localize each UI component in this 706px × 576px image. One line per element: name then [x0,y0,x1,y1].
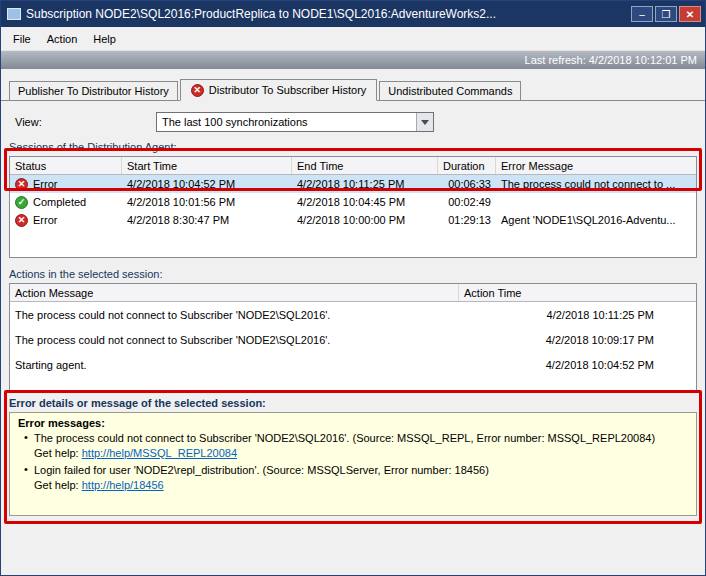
help-link[interactable]: http://help/18456 [82,479,164,491]
actions-table: Action Message Action Time The process c… [9,283,697,391]
menu-help[interactable]: Help [85,30,124,48]
menu-action[interactable]: Action [39,30,86,48]
column-header-status[interactable]: Status [10,157,122,174]
last-refresh-bar: Last refresh: 4/2/2018 10:12:01 PM [1,51,705,69]
tab-strip: Publisher To Distributor History ✕ Distr… [1,69,705,101]
duration-cell: 01:29:13 [438,211,496,229]
get-help-prefix: Get help: [34,447,82,459]
bullet-icon: • [18,431,34,461]
get-help-prefix: Get help: [34,479,82,491]
subscription-window: Subscription NODE2\SQL2016:ProductReplic… [0,0,706,576]
action-message-cell: The process could not connect to Subscri… [10,302,459,327]
end-time-cell: 4/2/2018 10:11:25 PM [292,175,438,193]
table-row[interactable]: Starting agent. 4/2/2018 10:04:52 PM [10,352,696,377]
error-details-label: Error details or message of the selected… [9,397,705,409]
error-icon: ✕ [15,178,28,191]
bullet-icon: • [18,463,34,493]
column-header-action-message[interactable]: Action Message [10,284,459,301]
menu-bar: File Action Help [1,27,705,51]
view-dropdown[interactable]: The last 100 synchronizations [156,112,434,132]
tab-label: Publisher To Distributor History [18,85,169,97]
table-row[interactable]: ✓ Completed 4/2/2018 10:01:56 PM 4/2/201… [10,193,696,211]
window-controls: – ❐ ✕ [631,6,701,22]
action-message-cell: Starting agent. [10,352,459,377]
column-header-duration[interactable]: Duration [438,157,496,174]
status-cell: ✕ Error [10,211,122,229]
list-item: • Login failed for user 'NODE2\repl_dist… [18,463,688,493]
error-item-text: Login failed for user 'NODE2\repl_distri… [34,464,489,476]
table-row[interactable]: The process could not connect to Subscri… [10,302,696,327]
action-time-cell: 4/2/2018 10:09:17 PM [459,327,696,352]
table-row[interactable]: The process could not connect to Subscri… [10,327,696,352]
minimize-button[interactable]: – [631,6,653,22]
end-time-cell: 4/2/2018 10:04:45 PM [292,193,438,211]
end-time-cell: 4/2/2018 10:00:00 PM [292,211,438,229]
tab-label: Distributor To Subscriber History [209,84,367,96]
table-row[interactable]: ✕ Error 4/2/2018 8:30:47 PM 4/2/2018 10:… [10,211,696,229]
status-text: Completed [33,196,86,208]
maximize-button[interactable]: ❐ [655,6,677,22]
duration-cell: 00:06:33 [438,175,496,193]
error-messages-heading: Error messages: [18,417,688,429]
column-header-action-time[interactable]: Action Time [459,284,696,301]
error-item-text: The process could not connect to Subscri… [34,432,655,444]
column-header-start-time[interactable]: Start Time [122,157,292,174]
action-time-cell: 4/2/2018 10:11:25 PM [459,302,696,327]
tab-distributor-to-subscriber-history[interactable]: ✕ Distributor To Subscriber History [180,79,378,101]
actions-table-header: Action Message Action Time [10,284,696,302]
duration-cell: 00:02:49 [438,193,496,211]
column-header-error-message[interactable]: Error Message [496,157,696,174]
error-details-box: Error messages: • The process could not … [9,412,697,516]
dropdown-arrow-button[interactable] [416,113,433,131]
error-message-cell [496,193,696,211]
start-time-cell: 4/2/2018 10:04:52 PM [122,175,292,193]
tab-publisher-to-distributor-history[interactable]: Publisher To Distributor History [9,81,178,100]
column-header-end-time[interactable]: End Time [292,157,438,174]
action-message-cell: The process could not connect to Subscri… [10,327,459,352]
titlebar: Subscription NODE2\SQL2016:ProductReplic… [1,1,705,27]
success-icon: ✓ [15,196,28,209]
status-text: Error [33,178,57,190]
status-cell: ✕ Error [10,175,122,193]
window-icon [7,8,21,20]
error-message-cell: Agent 'NODE1\SQL2016-Adventu... [496,211,696,229]
start-time-cell: 4/2/2018 10:01:56 PM [122,193,292,211]
view-dropdown-value: The last 100 synchronizations [157,116,416,128]
close-button[interactable]: ✕ [679,6,701,22]
tab-label: Undistributed Commands [388,85,512,97]
chevron-down-icon [421,120,429,125]
action-time-cell: 4/2/2018 10:04:52 PM [459,352,696,377]
list-item: • The process could not connect to Subsc… [18,431,688,461]
window-title: Subscription NODE2\SQL2016:ProductReplic… [26,7,625,21]
table-row[interactable]: ✕ Error 4/2/2018 10:04:52 PM 4/2/2018 10… [10,175,696,193]
status-cell: ✓ Completed [10,193,122,211]
error-item-body: The process could not connect to Subscri… [34,431,688,461]
menu-file[interactable]: File [5,30,39,48]
error-message-cell: The process could not connect to ... [496,175,696,193]
last-refresh-text: Last refresh: 4/2/2018 10:12:01 PM [525,54,697,66]
sessions-table-header: Status Start Time End Time Duration Erro… [10,157,696,175]
error-icon: ✕ [15,214,28,227]
help-link[interactable]: http://help/MSSQL_REPL20084 [82,447,237,459]
start-time-cell: 4/2/2018 8:30:47 PM [122,211,292,229]
view-row: View: The last 100 synchronizations [15,111,705,133]
error-icon: ✕ [191,84,204,97]
tab-undistributed-commands[interactable]: Undistributed Commands [379,81,521,100]
sessions-table: Status Start Time End Time Duration Erro… [9,156,697,258]
status-text: Error [33,214,57,226]
actions-section-label: Actions in the selected session: [9,268,705,280]
error-item-body: Login failed for user 'NODE2\repl_distri… [34,463,688,493]
sessions-section-label: Sessions of the Distribution Agent: [9,141,705,153]
view-label: View: [15,116,156,128]
